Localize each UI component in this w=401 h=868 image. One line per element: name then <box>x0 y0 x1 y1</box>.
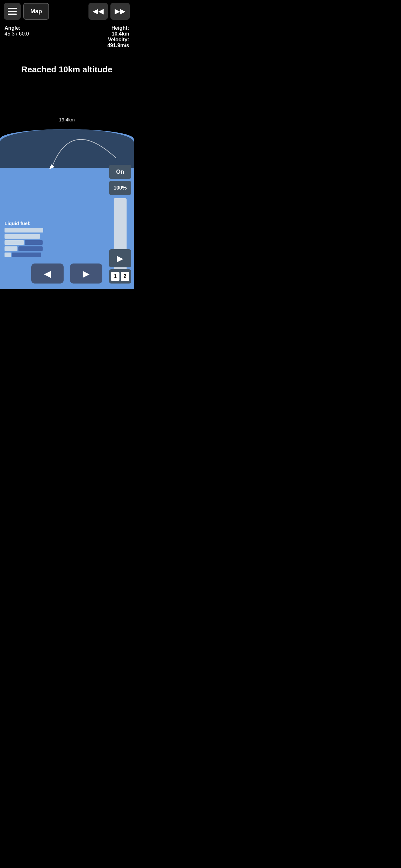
fuel-seg-light-3 <box>4 240 24 245</box>
fuel-seg-dark-4 <box>19 246 42 251</box>
svg-marker-0 <box>48 164 55 171</box>
altitude-notification: Reached 10km altitude <box>0 65 134 74</box>
menu-button[interactable] <box>4 3 21 20</box>
fuel-bars <box>4 228 43 257</box>
menu-line-3 <box>8 13 17 15</box>
fuel-bar-row-3 <box>4 240 43 245</box>
map-button[interactable]: Map <box>23 3 49 20</box>
toolbar: Map ◀◀ ▶▶ <box>0 0 134 23</box>
menu-line-2 <box>8 11 17 12</box>
engine-on-button[interactable]: On <box>109 165 131 179</box>
step-back-button[interactable]: ◀ <box>31 264 64 283</box>
fuel-seg-light-4 <box>4 246 18 251</box>
throttle-percent-button[interactable]: 100% <box>109 181 131 195</box>
distance-label: 19.4km <box>59 117 74 122</box>
velocity-label: Velocity: <box>107 37 129 42</box>
stage-select-button[interactable]: 1 2 <box>109 269 131 283</box>
fuel-seg-light-5 <box>4 252 11 257</box>
step-forward-icon: ▶ <box>83 268 90 279</box>
rewind-icon: ◀◀ <box>93 7 104 16</box>
velocity-value: 491.9m/s <box>107 42 129 49</box>
rewind-button[interactable]: ◀◀ <box>89 3 108 20</box>
fuel-seg-light-1 <box>4 228 43 232</box>
angle-label: Angle: <box>4 25 29 31</box>
fuel-bar-row-4 <box>4 246 43 251</box>
height-value: 10.4km <box>107 31 129 37</box>
toolbar-left: Map <box>4 3 49 20</box>
angle-value: 45.3 / 60.0 <box>4 31 29 37</box>
play-icon: ▶ <box>117 253 123 264</box>
forward-icon: ▶▶ <box>115 7 126 16</box>
fuel-section: Liquid fuel: <box>4 221 43 257</box>
fuel-bar-row-2 <box>4 234 43 239</box>
play-button[interactable]: ▶ <box>109 249 131 268</box>
fuel-bar-row-5 <box>4 252 43 257</box>
stats-left: Angle: 45.3 / 60.0 <box>4 25 29 37</box>
stage-1-badge: 1 <box>111 272 120 281</box>
fuel-label: Liquid fuel: <box>4 221 43 226</box>
bottom-right-controls: ▶ 1 2 <box>109 249 131 283</box>
height-label: Height: <box>107 25 129 31</box>
fuel-seg-dark-3 <box>25 240 42 245</box>
fast-forward-button[interactable]: ▶▶ <box>111 3 130 20</box>
menu-line-1 <box>8 8 17 9</box>
stage-2-badge: 2 <box>121 272 129 281</box>
step-forward-button[interactable]: ▶ <box>70 264 102 283</box>
fuel-seg-light-2 <box>4 234 40 239</box>
toolbar-right: ◀◀ ▶▶ <box>89 3 130 20</box>
fuel-bar-row-1 <box>4 228 43 232</box>
stats-right: Height: 10.4km Velocity: 491.9m/s <box>107 25 129 49</box>
step-back-icon: ◀ <box>44 268 51 279</box>
fuel-seg-dark-5 <box>12 252 41 257</box>
